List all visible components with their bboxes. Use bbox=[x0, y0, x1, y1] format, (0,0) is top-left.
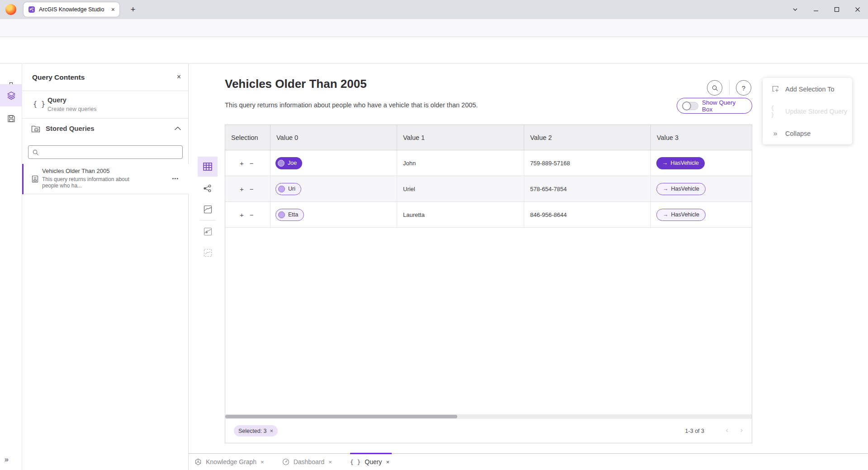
column-header[interactable]: Value 0 bbox=[270, 125, 397, 150]
row-select-remove-button[interactable]: − bbox=[250, 159, 254, 167]
search-input[interactable] bbox=[42, 146, 180, 158]
table-row[interactable]: + − Joe John 759-889-57168 →HasVehicle bbox=[225, 150, 752, 176]
entity-pill[interactable]: Joe bbox=[275, 157, 302, 169]
rail-item-contents[interactable] bbox=[0, 84, 22, 106]
help-button[interactable]: ? bbox=[736, 80, 751, 96]
braces-icon: { } bbox=[771, 105, 780, 118]
chevron-up-icon[interactable] bbox=[175, 126, 181, 130]
browser-tab[interactable]: ArcGIS Knowledge Studio × bbox=[24, 2, 119, 17]
relation-pill[interactable]: →HasVehicle bbox=[656, 157, 705, 169]
cell-value[interactable]: John bbox=[397, 150, 524, 176]
relation-pill[interactable]: →HasVehicle bbox=[656, 209, 706, 221]
layers-icon bbox=[7, 91, 16, 100]
selection-context-menu: Add Selection To { } Update Stored Query… bbox=[763, 78, 852, 144]
clear-selection-icon[interactable]: × bbox=[270, 427, 274, 434]
stored-queries-header[interactable]: Stored Queries bbox=[22, 119, 188, 139]
tab-close-icon[interactable]: × bbox=[328, 459, 332, 465]
selected-indicator-bar bbox=[22, 164, 24, 194]
column-header[interactable]: Value 1 bbox=[397, 125, 524, 150]
toggle-knob bbox=[682, 101, 691, 110]
scrollbar-thumb[interactable] bbox=[225, 415, 457, 418]
toolbar-divider bbox=[199, 220, 216, 221]
pagination-next-icon[interactable]: › bbox=[740, 426, 743, 434]
selected-count-chip[interactable]: Selected: 3 × bbox=[234, 425, 278, 436]
menu-item-update-stored-query[interactable]: { } Update Stored Query bbox=[763, 100, 852, 122]
stored-query-item[interactable]: Vehicles Older Than 2005 This query retu… bbox=[22, 164, 189, 194]
row-select-remove-button[interactable]: − bbox=[250, 211, 254, 219]
tab-close-icon[interactable]: × bbox=[111, 6, 115, 13]
cell-value[interactable]: Uriel bbox=[397, 176, 524, 201]
arrow-right-icon: → bbox=[663, 186, 669, 192]
question-icon: ? bbox=[742, 84, 745, 92]
panel-header: Query Contents × bbox=[22, 64, 188, 91]
new-tab-button[interactable]: + bbox=[127, 4, 139, 15]
arrow-right-icon: → bbox=[663, 211, 669, 218]
view-tab-link-chart[interactable] bbox=[198, 180, 218, 197]
header-divider bbox=[729, 81, 730, 95]
view-tab-map[interactable] bbox=[198, 201, 218, 217]
cell-value[interactable]: 578-654-7854 bbox=[524, 176, 651, 201]
tab-title: ArcGIS Knowledge Studio bbox=[39, 6, 108, 13]
stored-query-options-icon[interactable]: ••• bbox=[172, 176, 179, 181]
double-chevron-icon: » bbox=[771, 129, 780, 138]
list-tabs-icon[interactable] bbox=[785, 0, 806, 19]
screen: ArcGIS Knowledge Studio × + bbox=[0, 0, 868, 470]
header-search-button[interactable] bbox=[707, 80, 722, 96]
stored-query-description: This query returns information about peo… bbox=[42, 176, 136, 189]
view-tab-table[interactable] bbox=[198, 157, 218, 177]
window-close-button[interactable] bbox=[847, 0, 868, 19]
tab-close-icon[interactable]: × bbox=[386, 459, 389, 465]
search-icon bbox=[32, 149, 39, 156]
knowledge-graph-icon bbox=[194, 458, 202, 465]
horizontal-scrollbar[interactable] bbox=[225, 414, 752, 419]
selected-count-label: Selected: 3 bbox=[238, 428, 267, 434]
folder-icon bbox=[31, 125, 40, 133]
new-query-item[interactable]: { } Query Create new queries bbox=[22, 91, 188, 119]
browser-tab-strip: ArcGIS Knowledge Studio × + bbox=[0, 0, 868, 19]
rail-item-save[interactable] bbox=[0, 107, 22, 129]
page-title: Vehicles Older Than 2005 bbox=[225, 77, 367, 91]
cell-value[interactable]: Lauretta bbox=[397, 202, 524, 227]
panel-close-icon[interactable]: × bbox=[177, 73, 181, 81]
column-header[interactable]: Value 3 bbox=[651, 125, 752, 150]
map-icon bbox=[204, 205, 212, 214]
tab-close-icon[interactable]: × bbox=[261, 459, 264, 465]
column-header[interactable]: Value 2 bbox=[524, 125, 651, 150]
tab-knowledge-graph[interactable]: Knowledge Graph × bbox=[194, 458, 273, 465]
menu-item-add-selection-to[interactable]: Add Selection To bbox=[763, 78, 852, 100]
relation-pill[interactable]: →HasVehicle bbox=[656, 183, 706, 195]
row-select-add-button[interactable]: + bbox=[240, 159, 244, 167]
entity-dot-icon bbox=[278, 211, 285, 218]
dashboard-gauge-icon bbox=[282, 458, 289, 465]
table-row[interactable]: + − Uri Uriel 578-654-7854 →HasVehicle bbox=[225, 176, 752, 202]
dashed-map-icon bbox=[204, 249, 212, 257]
row-select-add-button[interactable]: + bbox=[240, 185, 244, 193]
cell-value[interactable]: 846-956-8644 bbox=[524, 202, 651, 227]
stored-queries-search[interactable] bbox=[28, 145, 183, 159]
pagination-prev-icon[interactable]: ‹ bbox=[726, 426, 728, 434]
entity-pill[interactable]: Uri bbox=[275, 183, 301, 195]
entity-pill[interactable]: Etta bbox=[275, 209, 304, 221]
tab-dashboard[interactable]: Dashboard × bbox=[282, 458, 341, 465]
firefox-logo-icon[interactable] bbox=[5, 4, 16, 15]
menu-item-collapse[interactable]: » Collapse bbox=[763, 122, 852, 144]
stored-queries-title: Stored Queries bbox=[46, 125, 95, 132]
toggle-switch[interactable] bbox=[683, 102, 698, 110]
braces-icon: { } bbox=[350, 459, 360, 465]
query-results-table: Selection Value 0 Value 1 Value 2 Value … bbox=[225, 125, 752, 443]
entity-dot-icon bbox=[278, 160, 285, 167]
row-select-add-button[interactable]: + bbox=[240, 211, 244, 219]
column-header[interactable]: Selection bbox=[225, 125, 270, 150]
show-query-box-toggle[interactable]: Show Query Box bbox=[677, 98, 752, 114]
tab-query[interactable]: { } Query × bbox=[350, 458, 398, 465]
map-pin-icon bbox=[204, 227, 212, 236]
window-maximize-button[interactable] bbox=[826, 0, 847, 19]
view-tab-map-overview[interactable] bbox=[198, 223, 218, 240]
expand-rail-button[interactable]: » bbox=[5, 456, 9, 464]
row-select-remove-button[interactable]: − bbox=[250, 185, 254, 193]
view-tab-map-extent[interactable] bbox=[198, 245, 218, 261]
table-row[interactable]: + − Etta Lauretta 846-956-8644 →HasVehic… bbox=[225, 202, 752, 228]
cell-value[interactable]: 759-889-57168 bbox=[524, 150, 651, 176]
link-chart-icon bbox=[203, 184, 212, 192]
window-minimize-button[interactable] bbox=[806, 0, 826, 19]
